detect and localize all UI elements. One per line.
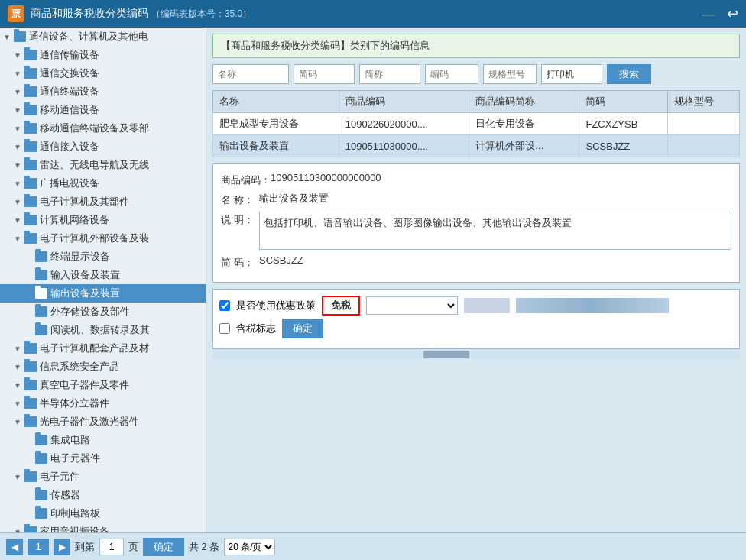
sidebar-item-21[interactable]: ▼ 光电子器件及激光器件 xyxy=(0,413,206,431)
arrow-icon-5: ▼ xyxy=(14,125,24,133)
cell-guige-1 xyxy=(668,135,740,157)
sidebar-item-27[interactable]: ▼ 家用音视频设备 xyxy=(0,523,206,532)
col-header-code: 商品编码 xyxy=(339,91,469,113)
checkbox1-label: 是否使用优惠政策 xyxy=(236,299,316,312)
sidebar-item-1[interactable]: ▼ 通信传输设备 xyxy=(0,46,206,64)
sidebar-item-25[interactable]: 传感器 xyxy=(0,486,206,504)
sidebar-item-24[interactable]: ▼ 电子元件 xyxy=(0,468,206,486)
cell-shortname-1: 计算机外部设... xyxy=(469,135,579,157)
sidebar-label-22: 集成电路 xyxy=(50,433,90,447)
detail-name-row: 名 称： 输出设备及装置 xyxy=(221,192,731,207)
sidebar-label-16: 阅读机、数据转录及其 xyxy=(50,323,150,337)
sidebar-item-5[interactable]: ▼ 移动通信终端设备及零部 xyxy=(0,119,206,138)
arrow-icon-1: ▼ xyxy=(14,51,24,60)
sidebar-label-15: 外存储设备及部件 xyxy=(50,305,130,319)
search-jianhao-input[interactable] xyxy=(294,64,355,84)
cell-jianma-1: SCSBJZZ xyxy=(579,135,668,157)
sidebar-item-16[interactable]: 阅读机、数据转录及其 xyxy=(0,321,206,339)
restore-button[interactable]: ↩ xyxy=(727,7,738,21)
title-bar-buttons: — ↩ xyxy=(702,7,738,21)
goto-page-input[interactable] xyxy=(99,539,124,555)
folder-icon-8 xyxy=(24,178,37,189)
cell-jianma-0: FZCXZYSB xyxy=(579,113,668,135)
data-table: 名称 商品编码 商品编码简称 简码 规格型号 肥皂成型专用设备 10902260… xyxy=(212,90,740,157)
sidebar-item-14[interactable]: 输出设备及装置 xyxy=(0,284,206,303)
arrow-icon-20: ▼ xyxy=(14,400,24,408)
pagination-confirm-button[interactable]: 确定 xyxy=(143,538,184,556)
goto-label: 到第 xyxy=(75,540,95,554)
sidebar-item-12[interactable]: 终端显示设备 xyxy=(0,248,206,266)
sidebar-item-23[interactable]: 电子元器件 xyxy=(0,449,206,468)
folder-icon-9 xyxy=(24,196,37,207)
tax-policy-checkbox[interactable] xyxy=(219,300,230,311)
arrow-icon-3: ▼ xyxy=(14,88,24,96)
sidebar-item-13[interactable]: 输入设备及装置 xyxy=(0,266,206,284)
form-confirm-button[interactable]: 确定 xyxy=(282,319,323,338)
folder-icon-7 xyxy=(24,160,37,170)
minimize-button[interactable]: — xyxy=(702,7,715,21)
folder-icon-1 xyxy=(24,50,37,60)
table-row[interactable]: 肥皂成型专用设备 1090226020000.... 日化专用设备 FZCXZY… xyxy=(213,113,740,135)
arrow-icon-7: ▼ xyxy=(14,161,24,170)
search-button[interactable]: 搜索 xyxy=(607,64,651,84)
sidebar-item-9[interactable]: ▼ 电子计算机及其部件 xyxy=(0,193,206,211)
sidebar-label-1: 通信传输设备 xyxy=(40,48,99,62)
sidebar-label-6: 通信接入设备 xyxy=(40,140,99,154)
detail-short-label: 简 码： xyxy=(221,254,259,270)
search-name-input[interactable] xyxy=(212,64,289,84)
tax-flag-checkbox[interactable] xyxy=(219,323,230,334)
first-page-button[interactable]: ◀ xyxy=(6,539,23,555)
sidebar-item-22[interactable]: 集成电路 xyxy=(0,431,206,449)
table-row-selected[interactable]: 输出设备及装置 1090511030000.... 计算机外部设... SCSB… xyxy=(213,135,740,157)
cell-code-0: 1090226020000.... xyxy=(339,113,469,135)
next-page-button[interactable]: ▶ xyxy=(54,539,70,555)
sidebar-item-19[interactable]: ▼ 真空电子器件及零件 xyxy=(0,376,206,394)
folder-icon-2 xyxy=(24,68,37,79)
sidebar-item-7[interactable]: ▼ 雷达、无线电导航及无线 xyxy=(0,156,206,174)
sidebar-item-6[interactable]: ▼ 通信接入设备 xyxy=(0,138,206,156)
sidebar-item-18[interactable]: ▼ 信息系统安全产品 xyxy=(0,358,206,376)
sidebar-item-11[interactable]: ▼ 电子计算机外部设备及装 xyxy=(0,229,206,248)
tax-dropdown[interactable] xyxy=(366,296,458,315)
search-jianchen-input[interactable] xyxy=(359,64,420,84)
sidebar-label-4: 移动通信设备 xyxy=(40,103,99,117)
sidebar-item-8[interactable]: ▼ 广播电视设备 xyxy=(0,174,206,193)
detail-desc-textarea[interactable]: 包括打印机、语音输出设备、图形图像输出设备、其他输出设备及装置 xyxy=(259,212,731,250)
folder-icon-19 xyxy=(24,380,37,390)
folder-icon-11 xyxy=(24,233,37,244)
sidebar-label-7: 雷达、无线电导航及无线 xyxy=(40,158,149,172)
sidebar-item-0[interactable]: ▼ 通信设备、计算机及其他电 xyxy=(0,28,206,46)
arrow-icon-24: ▼ xyxy=(14,473,24,481)
arrow-icon-18: ▼ xyxy=(14,363,24,371)
search-value-input[interactable] xyxy=(541,64,602,84)
folder-icon-3 xyxy=(24,86,37,97)
search-guige-input[interactable] xyxy=(483,64,537,84)
col-header-shortname: 商品编码简称 xyxy=(469,91,579,113)
sidebar-item-10[interactable]: ▼ 计算机网络设备 xyxy=(0,211,206,229)
arrow-icon-10: ▼ xyxy=(14,216,24,225)
folder-icon-22 xyxy=(35,435,47,445)
search-bianma-input[interactable] xyxy=(425,64,478,84)
sidebar-item-20[interactable]: ▼ 半导体分立器件 xyxy=(0,394,206,413)
page-suffix: 页 xyxy=(128,540,138,554)
arrow-icon-4: ▼ xyxy=(14,106,24,115)
sidebar-item-3[interactable]: ▼ 通信终端设备 xyxy=(0,83,206,101)
folder-icon-23 xyxy=(35,453,47,464)
folder-icon-15 xyxy=(35,306,47,317)
arrow-icon-8: ▼ xyxy=(14,180,24,188)
scroll-thumb[interactable] xyxy=(423,351,469,358)
page-size-select[interactable]: 20 条/页 xyxy=(224,539,275,555)
cell-code-1: 1090511030000.... xyxy=(339,135,469,157)
folder-icon-21 xyxy=(24,416,37,427)
sidebar-item-17[interactable]: ▼ 电子计算机配套产品及材 xyxy=(0,339,206,358)
sidebar-label-24: 电子元件 xyxy=(40,470,79,484)
sidebar-label-10: 计算机网络设备 xyxy=(40,213,109,227)
horizontal-scrollbar[interactable] xyxy=(212,348,740,359)
sidebar-item-15[interactable]: 外存储设备及部件 xyxy=(0,303,206,321)
sidebar: ▼ 通信设备、计算机及其他电 ▼ 通信传输设备 ▼ 通信交换设备 ▼ 通信终端设… xyxy=(0,28,206,532)
sidebar-item-26[interactable]: 印制电路板 xyxy=(0,504,206,523)
sidebar-label-9: 电子计算机及其部件 xyxy=(40,195,129,209)
sidebar-item-4[interactable]: ▼ 移动通信设备 xyxy=(0,101,206,119)
col-header-jianma: 简码 xyxy=(579,91,668,113)
sidebar-item-2[interactable]: ▼ 通信交换设备 xyxy=(0,64,206,83)
